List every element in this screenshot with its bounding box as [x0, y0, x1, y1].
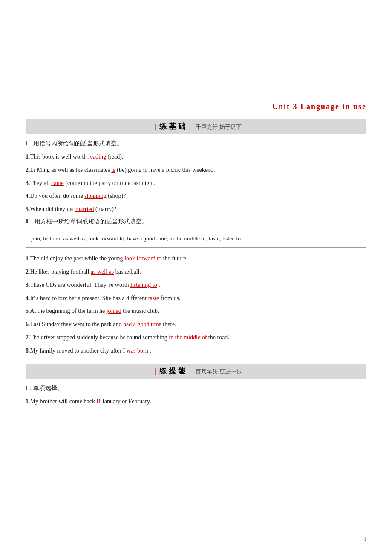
page-number: 1 [364, 535, 367, 542]
instruction-1: Ⅰ．用括号内所给词的适当形式填空。 [26, 140, 366, 147]
answer-2-6: had a good time [123, 321, 161, 327]
answer-2-3: listening to [130, 282, 157, 288]
word-box: join, be born, as well as, look forward … [26, 230, 366, 248]
q2-6-num: 6 [26, 321, 29, 327]
answer-1-2: is [111, 167, 115, 173]
question-2-8: 8.My family moved to another city after … [26, 346, 366, 356]
question-2-3: 3.These CDs are wonderful. They' re wort… [26, 280, 366, 290]
banner2-main-text: 练 提 能 [159, 367, 185, 375]
question-2-7: 7.The driver stopped suddenly because he… [26, 332, 366, 343]
banner2-sub-text: 百尺竿头 更进一步 [196, 368, 241, 375]
question-3-1: 1.My brother will come back B January or… [26, 396, 366, 407]
q4-num: 4 [26, 193, 29, 199]
answer-1-1: reading [88, 153, 106, 160]
q5-num: 5 [26, 206, 29, 212]
section2-banner: ｜练 提 能｜ 百尺竿头 更进一步 [26, 364, 366, 379]
question-2-6: 6.Last Sunday they went to the park and … [26, 319, 366, 330]
q2-3-num: 3 [26, 282, 29, 288]
question-2-4: 4.It' s hard to buy her a present. She h… [26, 293, 366, 304]
banner-bar-right: ｜ [187, 123, 193, 130]
answer-2-1: look forward to [124, 255, 161, 262]
instruction-3: Ⅰ．单项选择。 [26, 384, 366, 392]
answer-1-5: married [75, 206, 94, 212]
answer-3-1: B [96, 398, 100, 405]
q2-8-num: 8 [26, 347, 29, 354]
answer-2-8: was born [127, 347, 148, 354]
q2-2-num: 2 [26, 269, 29, 275]
q3-1-num: 1 [26, 398, 29, 405]
unit-title: Unit 3 Language in use [26, 102, 366, 111]
q2-4-num: 4 [26, 295, 29, 301]
answer-1-3: came [51, 180, 64, 186]
q1-num: 1 [26, 153, 29, 160]
question-1-3: 3.They all came (come) to the party on t… [26, 178, 366, 188]
answer-2-5: joined [107, 308, 121, 314]
answer-2-4: taste [148, 295, 159, 301]
question-1-2: 2.Li Ming as well as his classmates is (… [26, 165, 366, 175]
answer-2-7: in the middle of [169, 334, 207, 341]
question-1-5: 5.When did they get married (marry)? [26, 204, 366, 214]
answer-2-2: as well as [91, 269, 114, 275]
banner2-bar-right: ｜ [187, 368, 193, 375]
question-2-1: 1.The old enjoy the past while the young… [26, 254, 366, 264]
banner-sub-text: 千里之行 始于足下 [196, 124, 241, 130]
question-1-4: 4.Do you often do some shopping (shop)? [26, 191, 366, 201]
instruction-2: Ⅱ．用方框中所给单词或短语的适当形式填空。 [26, 218, 366, 225]
q2-num: 2 [26, 167, 29, 173]
section1-banner: ｜练 基 础｜ 千里之行 始于足下 [26, 119, 366, 134]
banner2-bar-left: ｜ [152, 368, 158, 375]
question-1-1: 1.This book is well worth reading (read)… [26, 152, 366, 162]
question-2-5: 5.At the beginning of the term he joined… [26, 306, 366, 316]
answer-1-4: shopping [84, 193, 106, 199]
banner-main-text: 练 基 础 [159, 122, 185, 130]
q2-1-num: 1 [26, 255, 29, 262]
q3-num: 3 [26, 180, 29, 186]
q2-7-num: 7 [26, 334, 29, 341]
question-2-2: 2.He likes playing football as well as b… [26, 267, 366, 277]
q2-5-num: 5 [26, 308, 29, 314]
banner-bar-left: ｜ [152, 123, 158, 130]
